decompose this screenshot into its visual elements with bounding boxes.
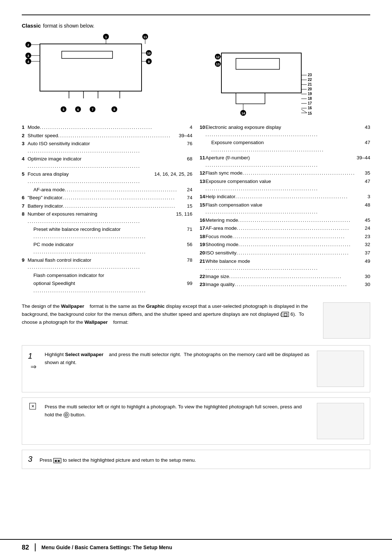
desc-section: The design of the Wallpaper format is th… (22, 302, 370, 339)
svg-line-39 (301, 109, 307, 113)
list-desc: Metering mode...........................… (205, 217, 359, 224)
svg-text:18: 18 (308, 97, 312, 101)
list-num: 8 (22, 211, 28, 218)
footer-title: Menu Guide / Basic Camera Settings: The … (41, 544, 172, 550)
list-page: 37 (359, 249, 370, 257)
list-desc: AF-area mode............................… (205, 225, 359, 232)
list-num: 10 (200, 124, 205, 131)
svg-text:7: 7 (91, 108, 93, 111)
list-desc: Shooting mode...........................… (205, 241, 359, 248)
list-page: 78 (181, 257, 192, 264)
step-2-icon-area (28, 403, 39, 409)
list-page: 15 (181, 203, 192, 210)
svg-rect-37 (236, 93, 265, 104)
list-desc: Preset white balance recording indicator… (33, 226, 181, 240)
list-item-left: 4Optimize image indicator...............… (22, 155, 192, 170)
classic-suffix: format is shown below. (43, 23, 95, 29)
list-desc: Flash compensation indicator for (33, 272, 181, 279)
list-desc: Image quality...........................… (205, 281, 359, 288)
list-item-left: Preset white balance recording indicator… (22, 226, 192, 240)
list-page: 47 (359, 139, 370, 146)
list-num: 22 (200, 273, 205, 280)
list-num-empty (22, 272, 28, 279)
list-desc: Number of exposures remaining...........… (28, 211, 176, 225)
diagram-section: 1 2 3 4 5 6 7 (22, 33, 370, 120)
list-item-left: 6"Beep" indicator.......................… (22, 194, 192, 201)
step-1-image (317, 351, 364, 387)
list-page: 30 (359, 273, 370, 280)
list-desc: Shutter speed...........................… (28, 132, 179, 139)
right-diagram-svg: 15 16 17 18 19 20 21 22 23 (200, 33, 377, 120)
step-1-section: 1 ⇒ Highlight Select wallpaper and press… (22, 345, 370, 392)
list-num: 6 (22, 194, 28, 201)
svg-text:2: 2 (27, 43, 29, 47)
list-desc: Electronic analog exposure display......… (205, 124, 359, 138)
footer-divider (35, 543, 36, 551)
list-num-empty (22, 226, 28, 233)
list-desc: Manual flash control indicator..........… (28, 257, 181, 271)
step-3-section: 3 Press ▣▣ to select the highlighted pic… (22, 450, 370, 469)
top-border (22, 15, 370, 15)
list-item-right: 10Electronic analog exposure display....… (200, 124, 370, 138)
list-page: 23 (359, 233, 370, 240)
checkbox-icon (29, 403, 36, 409)
lists-section: 1Mode...................................… (22, 124, 370, 295)
classic-row: Classic format is shown below. (22, 23, 370, 29)
list-num: 11 (200, 154, 205, 162)
svg-rect-1 (62, 51, 113, 58)
list-desc: "Beep" indicator........................… (28, 194, 181, 201)
step-1-arrow-icon: ⇒ (30, 362, 37, 371)
list-page: 24 (181, 186, 192, 193)
list-num: 1 (22, 124, 28, 131)
list-num: 20 (200, 249, 205, 257)
wallpaper-bold1: Wallpaper (61, 303, 84, 309)
list-page: 74 (181, 194, 192, 201)
list-page: 32 (359, 241, 370, 248)
list-item-left: Flash compensation indicator for (22, 272, 192, 279)
svg-text:22: 22 (308, 78, 312, 82)
svg-text:21: 21 (308, 82, 312, 86)
list-page: 3 (359, 193, 370, 200)
right-list: 10Electronic analog exposure display....… (200, 124, 370, 288)
list-item-left: 8Number of exposures remaining..........… (22, 211, 192, 225)
step-2-image (317, 403, 364, 439)
svg-text:1: 1 (105, 35, 107, 39)
list-item-left: PC mode indicator.......................… (22, 241, 192, 255)
svg-text:4: 4 (27, 60, 29, 64)
graphic-bold: Graphic (146, 303, 164, 309)
diagram-right: 15 16 17 18 19 20 21 22 23 (200, 33, 377, 120)
svg-text:11: 11 (143, 35, 147, 39)
list-desc: Exposure compensation...................… (211, 139, 359, 153)
svg-text:17: 17 (308, 101, 312, 105)
list-page: 45 (359, 217, 370, 224)
svg-text:5: 5 (62, 108, 64, 111)
diagram-left: 1 2 3 4 5 6 7 (22, 33, 200, 120)
list-num: 3 (22, 140, 28, 147)
svg-rect-36 (236, 58, 279, 69)
list-item-left: 5Focus area display.....................… (22, 171, 192, 185)
list-desc: AF-area mode............................… (33, 186, 181, 193)
list-page: 39–44 (179, 132, 192, 139)
list-desc: Exposure compensation value.............… (205, 178, 359, 192)
list-num: 16 (200, 217, 205, 224)
list-page: 39–44 (356, 154, 370, 162)
list-num: 13 (200, 178, 205, 185)
svg-text:9: 9 (148, 60, 150, 64)
step-1-number: 1 (28, 351, 39, 361)
svg-text:6: 6 (77, 108, 79, 111)
list-item-left: 7Battery indicator......................… (22, 203, 192, 210)
list-col-right: 10Electronic analog exposure display....… (200, 124, 370, 295)
step-2-section: Press the multi selector left or right t… (22, 397, 370, 445)
list-page: 4 (181, 124, 192, 131)
list-desc: Optimize image indicator................… (28, 155, 181, 170)
list-item-right: 19Shooting mode.........................… (200, 241, 370, 248)
list-num: 7 (22, 203, 28, 210)
step-1-text: Highlight Select wallpaper and press the… (45, 351, 311, 366)
list-num: 18 (200, 233, 205, 240)
list-item-right: 16Metering mode.........................… (200, 217, 370, 224)
svg-text:16: 16 (308, 106, 312, 110)
list-num: 14 (200, 193, 205, 200)
footer-page-number: 82 (22, 544, 29, 551)
svg-text:20: 20 (308, 87, 312, 91)
list-page: 43 (359, 124, 370, 131)
